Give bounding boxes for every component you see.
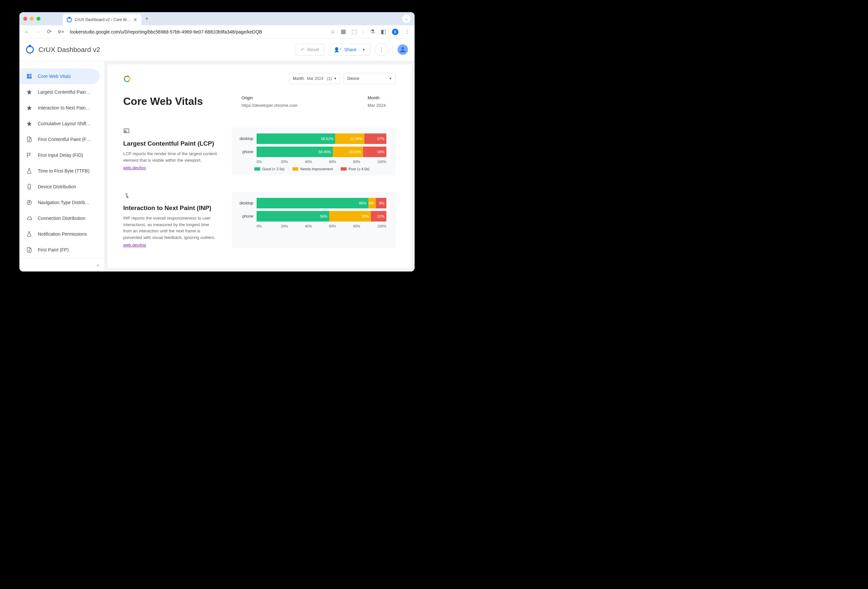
sidebar-item-device-distribution[interactable]: Device Distribution	[19, 179, 100, 195]
bar-segment: 18%	[363, 147, 386, 157]
metric-icon	[123, 127, 130, 134]
address-bar: ← → ⟳ ⚙≡ lookerstudio.google.com/u/0/rep…	[19, 25, 415, 38]
device-filter[interactable]: Device ▼	[344, 73, 396, 84]
month-filter[interactable]: Month: Mar 2024 (1) ▼	[289, 73, 340, 84]
collapse-sidebar-button[interactable]: ‹	[19, 258, 104, 271]
sidebar-item-largest-contentful-pain[interactable]: Largest Contentful Pain…	[19, 84, 100, 100]
bar-track: 60.62%22.38%17%	[257, 133, 386, 144]
report: Month: Mar 2024 (1) ▼ Device ▼ Core Web …	[108, 64, 411, 268]
browser-menu-icon[interactable]: ⋮	[404, 28, 410, 35]
sidebar-item-first-contentful-paint-f[interactable]: First Contentful Paint (F…	[19, 132, 100, 147]
sidepanel-icon[interactable]: ◧	[381, 28, 386, 35]
svg-rect-0	[27, 74, 29, 76]
bar-segment: 86%	[257, 198, 368, 209]
sidebar-item-time-to-first-byte-ttfb[interactable]: Time to First Byte (TTFB)	[19, 163, 100, 179]
forward-icon: →	[35, 29, 41, 35]
browser-tab[interactable]: CrUX Dashboard v2 › Core W… ✕	[63, 14, 141, 25]
svg-point-6	[27, 200, 31, 205]
minimize-window-icon[interactable]	[30, 17, 34, 21]
chart-legend: Good (< 2.5s)Needs ImprovementPoor (≥ 4.…	[238, 167, 386, 171]
metric-section: Largest Contentful Paint (LCP)LCP report…	[123, 127, 396, 176]
more-options-button[interactable]: ⋮	[375, 43, 388, 56]
compass-icon	[26, 200, 32, 206]
metric-title: Interaction to Next Paint (INP)	[123, 204, 218, 212]
doc-icon	[26, 247, 32, 253]
profile-avatar[interactable]: B	[392, 29, 399, 35]
sidebar-item-label: First Paint (FP)	[38, 247, 69, 252]
bar-row: phone58.85%23.33%18%	[238, 147, 386, 157]
share-button[interactable]: 👤⁺ Share ▼	[329, 44, 370, 56]
doc-icon	[26, 136, 32, 142]
dashboard-icon	[26, 73, 32, 79]
bar-category: phone	[238, 149, 257, 154]
sidebar-item-label: First Input Delay (FID)	[38, 152, 83, 158]
sidebar-item-label: Interaction to Next Pain…	[38, 105, 90, 111]
metric-description: LCP reports the render time of the large…	[123, 151, 218, 163]
svg-rect-4	[30, 77, 31, 78]
close-tab-icon[interactable]: ✕	[133, 17, 137, 22]
bar-row: phone56%32%12%	[238, 211, 386, 222]
bar-segment: 58.85%	[257, 147, 333, 157]
close-window-icon[interactable]	[23, 17, 27, 21]
x-axis: 0%20%40%60%80%100%	[238, 160, 386, 164]
bar-category: desktop	[238, 201, 257, 206]
sidebar-item-navigation-type-distrib[interactable]: Navigation Type Distrib…	[19, 195, 100, 210]
user-avatar[interactable]	[397, 44, 408, 55]
sidebar-item-label: First Contentful Paint (F…	[38, 137, 91, 142]
sidebar-item-first-paint-fp[interactable]: First Paint (FP)	[19, 242, 100, 258]
site-settings-icon[interactable]: ⚙≡	[58, 29, 64, 34]
sidebar-item-label: Largest Contentful Pain…	[38, 89, 90, 95]
origin-meta: Origin https://developer.chrome.com	[242, 95, 298, 108]
page-title: Core Web Vitals	[123, 95, 222, 108]
url-text[interactable]: lookerstudio.google.com/u/0/reporting/bb…	[70, 29, 324, 34]
new-tab-button[interactable]: +	[145, 15, 149, 22]
tab-title: CrUX Dashboard v2 › Core W…	[75, 18, 131, 22]
sidebar-item-connection-distribution[interactable]: Connection Distribution	[19, 210, 100, 226]
chevron-down-icon: ▼	[389, 77, 392, 80]
bar-segment: 60.62%	[257, 133, 335, 144]
traffic-lights	[23, 17, 40, 21]
app-title: CrUX Dashboard v2	[38, 46, 100, 53]
bookmark-icon[interactable]: ☆	[330, 28, 335, 35]
reset-button[interactable]: ↶ Reset	[296, 44, 324, 56]
sidebar-item-label: Navigation Type Distrib…	[38, 200, 90, 205]
sidebar-item-notification-permissions[interactable]: Notification Permissions	[19, 226, 100, 242]
bar-segment: 17%	[365, 133, 386, 144]
bar-category: desktop	[238, 136, 257, 141]
metric-description: INP reports the overall responsiveness t…	[123, 215, 218, 241]
bar-segment: 23.33%	[333, 147, 363, 157]
sidebar-item-core-web-vitals[interactable]: Core Web Vitals	[19, 68, 100, 84]
extension-icon[interactable]	[341, 30, 345, 34]
phone-icon	[26, 184, 32, 189]
maximize-window-icon[interactable]	[37, 17, 40, 21]
extensions-menu-icon[interactable]: ⬚	[351, 28, 357, 35]
metric-link[interactable]: web.dev/lcp	[123, 165, 146, 170]
svg-rect-8	[125, 131, 126, 132]
sidebar-item-label: Connection Distribution	[38, 216, 86, 221]
metric-title: Largest Contentful Paint (LCP)	[123, 140, 218, 147]
cwv-logo-icon	[123, 75, 130, 82]
bar-segment: 32%	[329, 211, 371, 222]
chevron-down-icon: ▼	[334, 77, 337, 80]
metric-icon	[123, 192, 130, 198]
sidebar-item-interaction-to-next-pain[interactable]: Interaction to Next Pain…	[19, 100, 100, 116]
bar-track: 58.85%23.33%18%	[257, 147, 386, 157]
metric-section: Interaction to Next Paint (INP)INP repor…	[123, 192, 396, 248]
sidebar-item-label: Notification Permissions	[38, 231, 87, 237]
sidebar-item-label: Time to First Byte (TTFB)	[38, 168, 89, 173]
svg-rect-1	[30, 74, 31, 75]
report-canvas: Month: Mar 2024 (1) ▼ Device ▼ Core Web …	[104, 61, 415, 271]
toolbar-icons: ☆ ⬚ | ⚗ ◧ B ⋮	[330, 28, 410, 35]
sidebar-item-first-input-delay-fid[interactable]: First Input Delay (FID)	[19, 147, 100, 163]
sidebar: Core Web VitalsLargest Contentful Pain…I…	[19, 61, 104, 271]
month-meta: Month Mar 2024	[368, 95, 396, 108]
metric-chart: desktop86%6%8%phone56%32%12%0%20%40%60%8…	[232, 192, 396, 248]
reload-icon[interactable]: ⟳	[47, 28, 52, 35]
back-icon[interactable]: ←	[24, 29, 30, 35]
metric-link[interactable]: web.dev/inp	[123, 243, 146, 247]
sidebar-item-cumulative-layout-shift[interactable]: Cumulative Layout Shift…	[19, 116, 100, 132]
star-icon	[26, 121, 32, 127]
svg-rect-3	[27, 77, 29, 78]
tab-overflow-button[interactable]: ⌄	[402, 15, 411, 23]
labs-icon[interactable]: ⚗	[370, 28, 375, 35]
